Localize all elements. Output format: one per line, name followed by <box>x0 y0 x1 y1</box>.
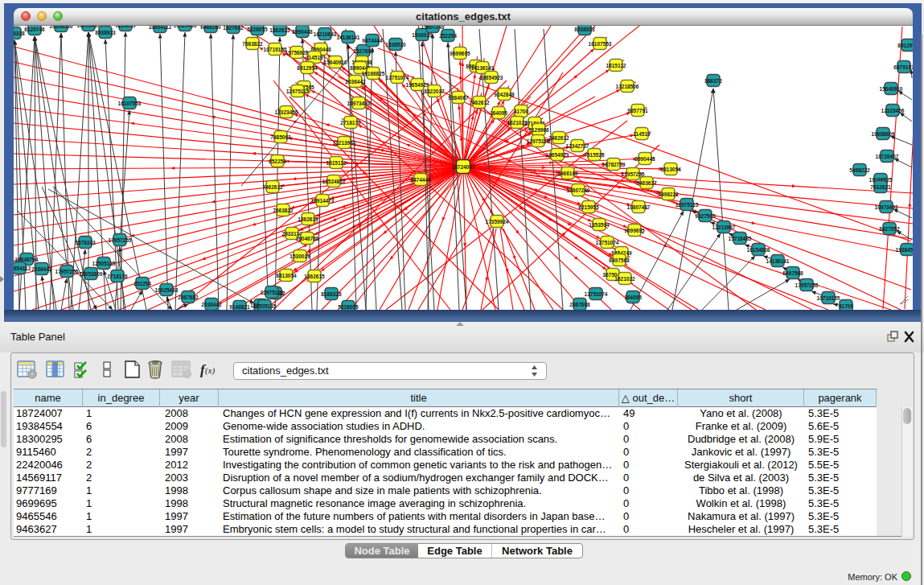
svg-text:16914473: 16914473 <box>311 198 335 204</box>
svg-text:2036442: 2036442 <box>345 79 366 84</box>
svg-text:17957255: 17957255 <box>622 171 645 177</box>
svg-text:8938923: 8938923 <box>95 30 116 35</box>
svg-text:1615112: 1615112 <box>606 63 626 68</box>
svg-text:20206536: 20206536 <box>50 26 73 29</box>
svg-text:10973493: 10973493 <box>347 101 371 106</box>
svg-text:8912954: 8912954 <box>297 65 318 71</box>
svg-text:6120746: 6120746 <box>24 27 45 32</box>
svg-text:2718176: 2718176 <box>107 274 128 279</box>
svg-text:8215955: 8215955 <box>578 204 599 210</box>
svg-text:1527602: 1527602 <box>353 48 374 54</box>
svg-text:17359924: 17359924 <box>486 219 509 225</box>
svg-text:6879197: 6879197 <box>893 64 913 70</box>
svg-text:10654112: 10654112 <box>149 26 172 30</box>
svg-text:19654923: 19654923 <box>546 152 569 158</box>
svg-text:19654923: 19654923 <box>406 82 429 88</box>
svg-text:1362615: 1362615 <box>269 27 290 33</box>
svg-text:14136141: 14136141 <box>471 65 495 71</box>
svg-text:19384554: 19384554 <box>896 247 913 253</box>
svg-text:5226055: 5226055 <box>338 304 359 310</box>
svg-text:18720407: 18720407 <box>876 154 899 159</box>
svg-text:19654923: 19654923 <box>480 75 503 80</box>
svg-text:9129966: 9129966 <box>528 127 549 133</box>
svg-text:12505135: 12505135 <box>92 261 116 266</box>
svg-text:7515526: 7515526 <box>584 152 605 158</box>
svg-text:114519: 114519 <box>633 131 651 137</box>
svg-text:7663822: 7663822 <box>273 208 294 213</box>
svg-text:8427552: 8427552 <box>879 226 900 232</box>
svg-text:5498222: 5498222 <box>849 167 870 173</box>
svg-text:5226055: 5226055 <box>115 26 136 28</box>
svg-text:6466160: 6466160 <box>200 26 221 30</box>
svg-text:7462612: 7462612 <box>548 135 569 141</box>
svg-text:10719155: 10719155 <box>264 47 287 52</box>
svg-text:9384067: 9384067 <box>448 95 469 101</box>
svg-text:16053809: 16053809 <box>80 271 103 277</box>
svg-text:164095: 164095 <box>490 110 507 116</box>
svg-text:8912954: 8912954 <box>897 43 913 48</box>
svg-text:1362615: 1362615 <box>304 274 325 279</box>
svg-text:15640910: 15640910 <box>880 86 903 92</box>
svg-text:9146821: 9146821 <box>229 304 250 310</box>
svg-text:2036442: 2036442 <box>31 266 52 272</box>
svg-text:1615112: 1615112 <box>326 160 347 166</box>
svg-text:9474444: 9474444 <box>362 38 383 43</box>
svg-text:7663822: 7663822 <box>242 41 263 47</box>
svg-text:252254: 252254 <box>439 33 457 39</box>
svg-text:16107553: 16107553 <box>118 101 142 106</box>
svg-text:13218506: 13218506 <box>616 84 639 89</box>
svg-text:10719155: 10719155 <box>817 295 840 301</box>
svg-text:7485063: 7485063 <box>270 134 291 140</box>
svg-text:6497568: 6497568 <box>609 257 630 263</box>
svg-text:17957255: 17957255 <box>109 237 132 243</box>
svg-text:19166825: 19166825 <box>362 71 385 76</box>
svg-text:1530029: 1530029 <box>290 253 310 259</box>
svg-text:12323456: 12323456 <box>275 109 298 115</box>
svg-text:15716485: 15716485 <box>729 236 752 241</box>
svg-text:8813054: 8813054 <box>660 167 681 172</box>
svg-text:10973493: 10973493 <box>875 204 898 210</box>
svg-text:6466160: 6466160 <box>557 171 578 176</box>
svg-text:18724007: 18724007 <box>452 164 475 170</box>
svg-text:1538520: 1538520 <box>385 42 406 47</box>
svg-text:9463627: 9463627 <box>636 180 657 186</box>
svg-text:12323456: 12323456 <box>881 108 905 113</box>
svg-text:14136141: 14136141 <box>766 258 790 264</box>
svg-text:(x): (x) <box>205 365 216 376</box>
svg-text:10025433: 10025433 <box>155 287 179 293</box>
svg-text:13524851: 13524851 <box>322 179 346 184</box>
svg-text:5226055: 5226055 <box>247 27 268 32</box>
svg-text:9327505: 9327505 <box>695 213 716 219</box>
svg-text:1362615: 1362615 <box>298 216 318 222</box>
svg-text:886372: 886372 <box>704 78 722 84</box>
svg-text:16648794: 16648794 <box>15 257 39 262</box>
svg-text:16782759: 16782759 <box>602 162 626 167</box>
svg-text:6497568: 6497568 <box>782 270 803 276</box>
svg-text:15640910: 15640910 <box>324 60 347 65</box>
svg-text:10654112: 10654112 <box>14 266 31 271</box>
svg-text:12975115: 12975115 <box>261 290 284 295</box>
svg-text:41700: 41700 <box>514 109 528 114</box>
svg-text:9474444: 9474444 <box>410 177 431 183</box>
svg-text:12342737: 12342737 <box>566 143 589 149</box>
svg-text:1621022: 1621022 <box>614 276 635 282</box>
svg-text:16210643: 16210643 <box>314 31 337 37</box>
svg-text:8186328: 8186328 <box>321 291 342 297</box>
svg-text:12213967: 12213967 <box>333 140 356 146</box>
svg-text:12975115: 12975115 <box>286 89 310 94</box>
svg-text:13751074: 13751074 <box>585 291 608 297</box>
svg-text:1527602: 1527602 <box>223 26 244 31</box>
svg-text:10025433: 10025433 <box>174 26 197 28</box>
svg-text:2867608: 2867608 <box>569 302 590 307</box>
svg-text:8813054: 8813054 <box>276 273 297 278</box>
svg-text:9699695: 9699695 <box>450 51 470 56</box>
svg-text:1353594: 1353594 <box>589 222 610 228</box>
svg-text:13751074: 13751074 <box>596 240 619 245</box>
svg-text:8186328: 8186328 <box>14 31 25 36</box>
svg-text:252254: 252254 <box>269 159 286 164</box>
svg-text:15807249: 15807249 <box>567 187 590 193</box>
svg-text:2036442: 2036442 <box>201 302 222 307</box>
svg-text:9242848: 9242848 <box>494 92 515 97</box>
svg-text:41700: 41700 <box>839 303 853 309</box>
svg-text:9699695: 9699695 <box>624 228 645 233</box>
